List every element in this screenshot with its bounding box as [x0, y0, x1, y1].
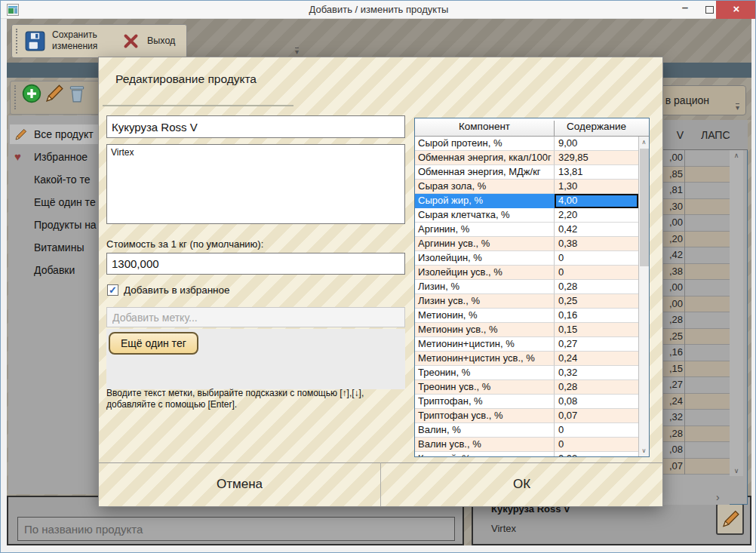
component-value-cell[interactable]: 0,28: [555, 380, 638, 395]
component-name-cell[interactable]: Метионин+цистин усв., %: [415, 352, 555, 366]
tags-toolbar-grip[interactable]: [14, 85, 17, 109]
component-value-cell[interactable]: 0: [555, 438, 638, 452]
component-row[interactable]: Изолейцин усв., %0: [415, 266, 638, 280]
component-row[interactable]: Треонин, %0,32: [415, 366, 638, 380]
component-name-cell[interactable]: Кальций, %: [415, 452, 555, 457]
component-row[interactable]: Метионин+цистин усв., %0,24: [415, 352, 638, 366]
component-value-cell[interactable]: 0,24: [555, 352, 638, 366]
component-row[interactable]: Обменная энергия, ккал/100г329,85: [415, 151, 638, 165]
pencil-icon[interactable]: [45, 84, 64, 103]
scroll-up-icon[interactable]: ∧: [639, 139, 649, 146]
component-value-cell[interactable]: 2,20: [555, 208, 638, 223]
cost-input[interactable]: [106, 253, 405, 275]
component-value-cell[interactable]: 0,15: [555, 323, 638, 337]
component-value-cell[interactable]: 1,30: [555, 180, 638, 194]
component-value-cell[interactable]: 0,25: [555, 294, 638, 309]
component-value-cell[interactable]: 9,00: [555, 137, 638, 151]
minimize-button[interactable]: –: [675, 1, 696, 19]
products-table-vertical-scrollbar[interactable]: ∧ ∨: [730, 150, 743, 476]
search-input[interactable]: [17, 517, 455, 541]
component-value-cell[interactable]: 0,28: [555, 280, 638, 294]
component-row[interactable]: Валин, %0: [415, 423, 638, 438]
component-value-cell[interactable]: 4,00: [555, 194, 638, 208]
component-value-cell[interactable]: 0: [555, 423, 638, 438]
component-name-cell[interactable]: Изолейцин, %: [415, 251, 555, 266]
component-row[interactable]: Сырая клетчатка, %2,20: [415, 208, 638, 223]
component-value-cell[interactable]: 0,38: [555, 237, 638, 251]
component-column-header[interactable]: Компонент: [415, 121, 555, 137]
favorite-checkbox-label[interactable]: Добавить в избранное: [124, 284, 230, 296]
component-name-cell[interactable]: Сырая клетчатка, %: [415, 208, 555, 223]
component-row[interactable]: Сырая зола, %1,30: [415, 180, 638, 194]
component-value-cell[interactable]: 0,08: [555, 395, 638, 409]
product-column-header[interactable]: ЛАПС: [701, 129, 736, 141]
save-changes-button[interactable]: Сохранить изменения: [52, 29, 115, 52]
component-name-cell[interactable]: Метионин усв., %: [415, 323, 555, 337]
product-description-textarea[interactable]: Virtex: [106, 144, 405, 224]
edit-product-button[interactable]: [716, 503, 744, 535]
tag-chip[interactable]: Ещё один тег: [109, 332, 198, 355]
red-x-icon[interactable]: [123, 33, 139, 49]
component-row[interactable]: Аргинин усв., %0,38: [415, 237, 638, 251]
component-name-cell[interactable]: Триптофан усв., %: [415, 409, 555, 423]
floppy-disk-icon[interactable]: [25, 31, 45, 51]
scroll-down-icon[interactable]: ∨: [730, 467, 743, 475]
ok-button[interactable]: ОК: [381, 462, 662, 506]
component-name-cell[interactable]: Аргинин усв., %: [415, 237, 555, 251]
component-value-cell[interactable]: 0: [555, 251, 638, 266]
component-name-cell[interactable]: Сырая зола, %: [415, 180, 555, 194]
favorite-checkbox[interactable]: ✓: [107, 284, 118, 296]
toolbar-grip[interactable]: [16, 29, 19, 54]
content-column-header[interactable]: Содержание: [555, 121, 638, 132]
component-name-cell[interactable]: Изолейцин усв., %: [415, 266, 555, 280]
component-name-cell[interactable]: Лизин, %: [415, 280, 555, 294]
component-value-cell[interactable]: 0,16: [555, 309, 638, 323]
component-value-cell[interactable]: 0,42: [555, 223, 638, 237]
component-value-cell[interactable]: 0,27: [555, 337, 638, 352]
exit-button[interactable]: Выход: [147, 35, 175, 46]
component-name-cell[interactable]: Обменная энергия, ккал/100г: [415, 151, 555, 165]
cancel-button[interactable]: Отмена: [99, 462, 380, 506]
component-value-cell[interactable]: 0,32: [555, 366, 638, 380]
component-row[interactable]: Лизин, %0,28: [415, 280, 638, 294]
component-name-cell[interactable]: Сырой протеин, %: [415, 137, 555, 151]
component-name-cell[interactable]: Сырой жир, %: [415, 194, 555, 208]
trash-icon[interactable]: [67, 84, 87, 103]
component-row[interactable]: Метионин+цистин, %0,27: [415, 337, 638, 352]
component-row[interactable]: Сырой жир, %4,00: [415, 194, 638, 208]
component-row[interactable]: Сырой протеин, %9,00: [415, 137, 638, 151]
component-name-cell[interactable]: Триптофан, %: [415, 395, 555, 409]
component-name-cell[interactable]: Метионин, %: [415, 309, 555, 323]
component-row[interactable]: Валин усв., %0: [415, 438, 638, 452]
component-row[interactable]: Триптофан, %0,08: [415, 395, 638, 409]
ration-overflow-icon[interactable]: ▾: [736, 103, 739, 111]
component-name-cell[interactable]: Лизин усв., %: [415, 294, 555, 309]
scrollbar-thumb[interactable]: [640, 149, 649, 266]
product-name-input[interactable]: [106, 115, 405, 138]
toolbar-overflow-icon[interactable]: ▾: [295, 48, 299, 55]
component-name-cell[interactable]: Треонин усв., %: [415, 380, 555, 395]
component-name-cell[interactable]: Метионин+цистин, %: [415, 337, 555, 352]
component-name-cell[interactable]: Валин усв., %: [415, 438, 555, 452]
component-value-cell[interactable]: 0,07: [555, 409, 638, 423]
component-row[interactable]: Обменная энергия, МДж/кг13,81: [415, 165, 638, 180]
component-value-cell[interactable]: 329,85: [555, 151, 638, 165]
component-row[interactable]: Треонин усв., %0,28: [415, 380, 638, 395]
component-value-cell[interactable]: 0,03: [555, 452, 638, 457]
scroll-right-icon[interactable]: ›: [716, 491, 720, 503]
component-name-cell[interactable]: Треонин, %: [415, 366, 555, 380]
components-vertical-scrollbar[interactable]: ∧ ∨: [638, 137, 649, 456]
scroll-up-icon[interactable]: ∧: [730, 152, 743, 159]
component-row[interactable]: Кальций, %0,03: [415, 452, 638, 457]
component-value-cell[interactable]: 0: [555, 266, 638, 280]
component-row[interactable]: Метионин, %0,16: [415, 309, 638, 323]
component-value-cell[interactable]: 13,81: [555, 165, 638, 180]
component-name-cell[interactable]: Валин, %: [415, 423, 555, 438]
component-name-cell[interactable]: Аргинин, %: [415, 223, 555, 237]
component-name-cell[interactable]: Обменная энергия, МДж/кг: [415, 165, 555, 180]
close-button[interactable]: ×: [716, 1, 756, 19]
tag-input[interactable]: [106, 307, 405, 327]
scroll-down-icon[interactable]: ∨: [639, 447, 649, 454]
component-row[interactable]: Изолейцин, %0: [415, 251, 638, 266]
component-row[interactable]: Лизин усв., %0,25: [415, 294, 638, 309]
